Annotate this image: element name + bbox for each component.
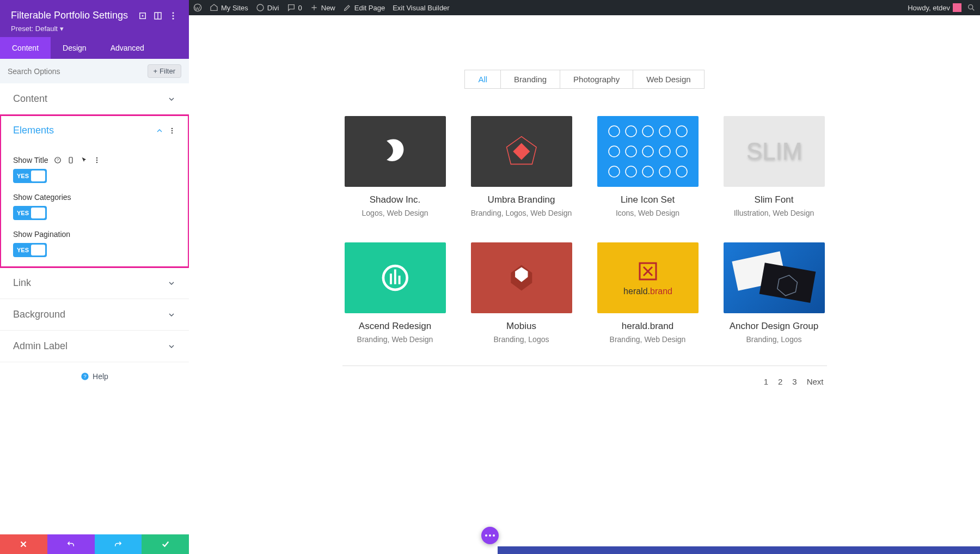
portfolio-item[interactable]: Line Icon Set Icons, Web Design xyxy=(597,116,699,217)
focus-icon[interactable] xyxy=(138,11,148,21)
portfolio-grid: Shadow Inc. Logos, Web Design Umbra Bran… xyxy=(189,116,980,344)
svg-point-34 xyxy=(642,166,653,177)
chevron-down-icon xyxy=(167,311,176,319)
svg-point-11 xyxy=(171,132,173,133)
section-link[interactable]: Link xyxy=(0,267,189,299)
svg-point-30 xyxy=(659,146,670,157)
exit-visual-builder[interactable]: Exit Visual Builder xyxy=(393,4,450,12)
svg-text:?: ? xyxy=(57,158,59,162)
section-elements-header[interactable]: Elements xyxy=(0,115,189,146)
filter-branding[interactable]: Branding xyxy=(500,70,560,89)
pagination: 1 2 3 Next xyxy=(342,366,827,397)
edit-page-link[interactable]: Edit Page xyxy=(343,3,385,12)
portfolio-item[interactable]: Anchor Design Group Branding, Logos xyxy=(724,242,825,344)
hover-icon[interactable] xyxy=(80,156,88,164)
show-title-toggle[interactable]: YES xyxy=(13,169,47,183)
site-link[interactable]: Divi xyxy=(256,3,279,12)
chevron-down-icon xyxy=(167,279,176,288)
section-elements: Elements Show Title ? YES Show Categ xyxy=(0,115,189,267)
panel-footer xyxy=(0,534,189,554)
item-title: Slim Font xyxy=(724,194,825,205)
page-1[interactable]: 1 xyxy=(764,377,768,386)
section-background[interactable]: Background xyxy=(0,299,189,331)
preview-area: All Branding Photography Web Design Shad… xyxy=(189,15,980,554)
thumbnail: SLIM xyxy=(724,116,825,187)
more-icon[interactable] xyxy=(168,11,178,21)
save-button[interactable] xyxy=(142,534,189,554)
preset-dropdown[interactable]: Preset: Default ▾ xyxy=(11,25,178,33)
thumbnail xyxy=(471,242,572,313)
item-categories: Branding, Logos, Web Design xyxy=(471,209,572,217)
field-more-icon[interactable] xyxy=(93,156,101,164)
item-categories: Logos, Web Design xyxy=(345,209,446,217)
panel-header: Filterable Portfolio Settings Preset: De… xyxy=(0,0,189,37)
field-show-title: Show Title ? YES xyxy=(13,156,176,183)
avatar xyxy=(953,3,961,12)
filter-photography[interactable]: Photography xyxy=(560,70,633,89)
tab-advanced[interactable]: Advanced xyxy=(99,37,156,59)
svg-point-4 xyxy=(142,15,144,16)
redo-button[interactable] xyxy=(95,534,142,554)
builder-bottom-bar[interactable] xyxy=(498,546,980,554)
portfolio-item[interactable]: Shadow Inc. Logos, Web Design xyxy=(345,116,446,217)
show-title-label: Show Title xyxy=(13,156,48,165)
wp-logo[interactable] xyxy=(193,3,202,12)
tab-content[interactable]: Content xyxy=(0,37,51,59)
responsive-icon[interactable] xyxy=(67,156,75,164)
filter-button[interactable]: +Filter xyxy=(148,64,181,78)
tab-design[interactable]: Design xyxy=(51,37,99,59)
thumbnail xyxy=(345,242,446,313)
svg-point-15 xyxy=(96,157,97,159)
svg-text:SLIM: SLIM xyxy=(746,138,802,165)
howdy-user[interactable]: Howdy, etdev xyxy=(908,3,961,12)
item-title: Line Icon Set xyxy=(597,194,699,205)
my-sites-link[interactable]: My Sites xyxy=(210,3,248,12)
layout-icon[interactable] xyxy=(153,11,163,21)
portfolio-item[interactable]: herald.brand herald.brand Branding, Web … xyxy=(597,242,699,344)
svg-text:?: ? xyxy=(83,374,86,379)
thumbnail xyxy=(471,116,572,187)
comments-link[interactable]: 0 xyxy=(287,3,302,12)
cancel-button[interactable] xyxy=(0,534,47,554)
chevron-down-icon xyxy=(167,95,176,104)
page-3[interactable]: 3 xyxy=(792,377,797,386)
help-link[interactable]: ? Help xyxy=(0,362,189,391)
page-next[interactable]: Next xyxy=(807,377,824,386)
svg-point-31 xyxy=(676,146,687,157)
new-link[interactable]: New xyxy=(310,3,335,12)
portfolio-item[interactable]: SLIM Slim Font Illustration, Web Design xyxy=(724,116,825,217)
filter-tabs: All Branding Photography Web Design xyxy=(189,70,980,89)
filter-all[interactable]: All xyxy=(464,70,501,89)
builder-fab[interactable] xyxy=(481,527,499,544)
svg-point-27 xyxy=(609,146,620,157)
section-more-icon[interactable] xyxy=(168,127,176,135)
item-title: Shadow Inc. xyxy=(345,194,446,205)
search-input[interactable] xyxy=(8,67,148,76)
portfolio-item[interactable]: Umbra Branding Branding, Logos, Web Desi… xyxy=(471,116,572,217)
portfolio-item[interactable]: Ascend Redesign Branding, Web Design xyxy=(345,242,446,344)
svg-rect-42 xyxy=(759,263,816,303)
panel-tabs: Content Design Advanced xyxy=(0,37,189,59)
item-categories: Branding, Logos xyxy=(471,335,572,344)
svg-point-6 xyxy=(173,12,174,14)
show-categories-toggle[interactable]: YES xyxy=(13,206,47,220)
thumbnail: herald.brand xyxy=(597,242,699,313)
section-admin-label[interactable]: Admin Label xyxy=(0,331,189,362)
svg-marker-21 xyxy=(513,143,530,160)
show-pagination-toggle[interactable]: YES xyxy=(13,243,47,257)
svg-rect-14 xyxy=(69,157,72,163)
panel-title: Filterable Portfolio Settings xyxy=(11,10,132,21)
portfolio-item[interactable]: Mobius Branding, Logos xyxy=(471,242,572,344)
undo-button[interactable] xyxy=(47,534,95,554)
search-icon[interactable] xyxy=(967,3,976,12)
show-pagination-label: Show Pagination xyxy=(13,230,70,239)
item-title: Anchor Design Group xyxy=(724,321,825,332)
page-2[interactable]: 2 xyxy=(778,377,782,386)
section-content[interactable]: Content xyxy=(0,83,189,115)
svg-point-32 xyxy=(609,166,620,177)
item-categories: Branding, Web Design xyxy=(597,335,699,344)
item-categories: Branding, Web Design xyxy=(345,335,446,344)
help-icon[interactable]: ? xyxy=(54,156,62,164)
svg-point-17 xyxy=(96,162,97,163)
filter-web-design[interactable]: Web Design xyxy=(633,70,704,89)
